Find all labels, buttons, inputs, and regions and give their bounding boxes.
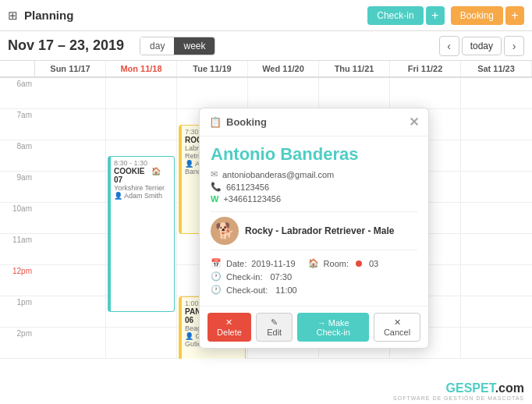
time-12pm: 12pm bbox=[0, 265, 35, 296]
calendar-header: Sun 11/17 Mon 11/18 Tue 11/19 Wed 11/20 … bbox=[0, 61, 532, 78]
day-header-2: Tue 11/19 bbox=[177, 61, 248, 76]
popup-body: Antonio Banderas ✉ antoniobanderas@gmail… bbox=[200, 136, 428, 306]
room-dot bbox=[356, 260, 362, 267]
day-header-6: Sat 11/23 bbox=[461, 61, 532, 76]
popup-details: 📅 Date: 2019-11-19 🏠 Room: 03 🕐 Check-in… bbox=[211, 258, 417, 295]
whatsapp-icon: W bbox=[211, 194, 218, 204]
checkout-value: 11:00 bbox=[275, 285, 297, 295]
delete-button[interactable]: ✕ Delete bbox=[207, 313, 251, 342]
grid-icon: ⊞ bbox=[8, 9, 18, 23]
nav-next-button[interactable]: › bbox=[504, 36, 524, 56]
make-checkin-button[interactable]: → Make Check-in bbox=[297, 313, 369, 342]
time-2pm: 2pm bbox=[0, 328, 35, 359]
app-header: ⊞ Planning Check-in + Booking + bbox=[0, 0, 532, 31]
booking-popup: 📋 Booking ✕ Antonio Banderas ✉ antonioba… bbox=[199, 108, 429, 349]
app-title: Planning bbox=[24, 9, 367, 22]
checkin-value: 07:30 bbox=[270, 272, 292, 282]
view-week-button[interactable]: week bbox=[174, 37, 215, 55]
booking-icon: 📋 bbox=[209, 116, 222, 128]
brand-text: GESPET bbox=[446, 381, 495, 395]
room-label: Room: bbox=[324, 259, 349, 268]
time-6am: 6am bbox=[0, 78, 35, 109]
view-toggle: day week bbox=[140, 37, 215, 55]
today-button[interactable]: today bbox=[462, 37, 502, 55]
popup-close-button[interactable]: ✕ bbox=[409, 115, 419, 129]
day-col-sun bbox=[35, 78, 106, 359]
popup-header: 📋 Booking ✕ bbox=[200, 108, 428, 136]
time-11am: 11am bbox=[0, 234, 35, 265]
popup-actions: ✕ Delete ✎ Edit → Make Check-in ✕ Cancel bbox=[200, 306, 428, 348]
client-phone: 661123456 bbox=[226, 183, 269, 192]
day-header-0: Sun 11/17 bbox=[35, 61, 106, 76]
checkout-row: 🕐 Check-out: 11:00 bbox=[211, 285, 417, 295]
day-header-5: Fri 11/22 bbox=[390, 61, 461, 76]
brand-name: GESPET.com bbox=[393, 381, 524, 395]
day-header-3: Wed 11/20 bbox=[248, 61, 319, 76]
tagline: SOFTWARE DE GESTIÓN DE MASCOTAS bbox=[393, 395, 524, 401]
event-cookie[interactable]: 8:30 - 1:30 COOKIE 🏠 07 Yorkshire Terrie… bbox=[108, 156, 175, 312]
time-1pm: 1pm bbox=[0, 296, 35, 328]
view-day-button[interactable]: day bbox=[140, 37, 174, 55]
client-email: antoniobanderas@gmail.com bbox=[222, 170, 334, 179]
calendar-toolbar: Nov 17 – 23, 2019 day week ‹ today › bbox=[0, 31, 532, 61]
phone-row: 📞 661123456 bbox=[211, 182, 417, 192]
date-range: Nov 17 – 23, 2019 bbox=[8, 37, 124, 54]
checkin-row: 🕐 Check-in: 07:30 bbox=[211, 271, 417, 282]
time-10am: 10am bbox=[0, 203, 35, 234]
whatsapp-row: W +34661123456 bbox=[211, 194, 417, 204]
date-value: 2019-11-19 bbox=[251, 259, 295, 268]
phone-icon: 📞 bbox=[211, 182, 222, 192]
date-label: Date: bbox=[226, 259, 246, 268]
date-row: 📅 Date: 2019-11-19 🏠 Room: 03 bbox=[211, 258, 417, 268]
time-7am: 7am bbox=[0, 109, 35, 140]
checkout-label: Check-out: bbox=[226, 285, 268, 295]
pet-avatar: 🐕 bbox=[211, 217, 239, 245]
time-header bbox=[0, 61, 35, 76]
calendar: Sun 11/17 Mon 11/18 Tue 11/19 Wed 11/20 … bbox=[0, 61, 532, 359]
checkin-button[interactable]: Check-in bbox=[367, 6, 423, 25]
room-house-icon: 🏠 bbox=[308, 258, 319, 268]
day-col-mon: 8:30 - 1:30 COOKIE 🏠 07 Yorkshire Terrie… bbox=[106, 78, 177, 359]
pet-section: 🐕 Rocky - Labrador Retriever - Male bbox=[211, 211, 417, 250]
checkin-label: Check-in: bbox=[226, 272, 262, 282]
time-9am: 9am bbox=[0, 172, 35, 203]
checkin-time-icon: 🕐 bbox=[211, 271, 222, 282]
client-whatsapp: +34661123456 bbox=[223, 194, 281, 204]
popup-title: Booking bbox=[226, 116, 267, 128]
cancel-button[interactable]: ✕ Cancel bbox=[374, 313, 420, 342]
nav-prev-button[interactable]: ‹ bbox=[439, 36, 459, 56]
calendar-icon: 📅 bbox=[211, 258, 222, 268]
booking-plus-button[interactable]: + bbox=[505, 6, 524, 25]
pet-info: Rocky - Labrador Retriever - Male bbox=[245, 225, 394, 236]
brand-suffix: .com bbox=[495, 381, 524, 395]
day-header-4: Thu 11/21 bbox=[319, 61, 390, 76]
footer: GESPET.com SOFTWARE DE GESTIÓN DE MASCOT… bbox=[393, 381, 524, 401]
day-header-1: Mon 11/18 bbox=[106, 61, 177, 76]
time-column: 6am 7am 8am 9am 10am 11am 12pm 1pm 2pm 3… bbox=[0, 78, 35, 359]
booking-button[interactable]: Booking bbox=[451, 6, 503, 25]
room-value: 03 bbox=[369, 259, 378, 268]
email-row: ✉ antoniobanderas@gmail.com bbox=[211, 169, 417, 179]
email-icon: ✉ bbox=[211, 169, 218, 179]
checkout-time-icon: 🕐 bbox=[211, 285, 222, 295]
time-8am: 8am bbox=[0, 140, 35, 172]
day-col-sat bbox=[461, 78, 532, 359]
checkin-plus-button[interactable]: + bbox=[426, 6, 445, 25]
edit-button[interactable]: ✎ Edit bbox=[256, 313, 293, 342]
client-name: Antonio Banderas bbox=[211, 144, 417, 165]
